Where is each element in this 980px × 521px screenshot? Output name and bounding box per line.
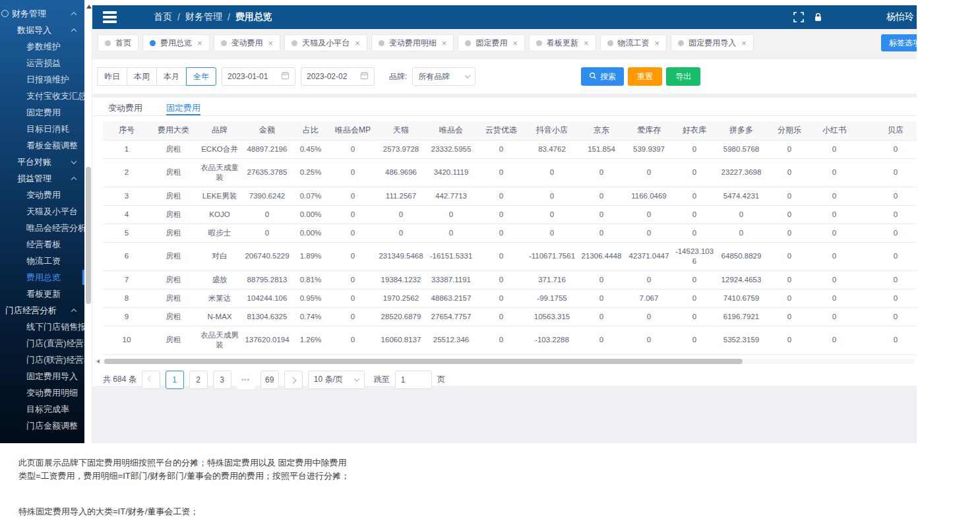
- table-cell: 0: [625, 270, 673, 289]
- table-cell: 0: [330, 307, 376, 326]
- sidebar-item-label: 门店(联营)经营看板: [26, 354, 84, 366]
- quick-range-button[interactable]: 昨日: [97, 67, 127, 86]
- brand-select[interactable]: 所有品牌: [412, 67, 475, 86]
- expense-subtab[interactable]: 变动费用: [108, 102, 142, 115]
- tab[interactable]: 固定费用: [458, 34, 525, 51]
- table-cell: 0: [426, 224, 476, 242]
- sidebar-item[interactable]: 数据导入: [0, 22, 84, 38]
- sidebar-item[interactable]: 看板金额调整: [0, 137, 84, 154]
- tab[interactable]: 天猫及小平台: [284, 34, 367, 51]
- sidebar-item[interactable]: 财务管理: [0, 5, 84, 22]
- sidebar-item[interactable]: 天猫及小平台: [0, 203, 84, 220]
- sidebar-item[interactable]: 日报项维护: [0, 71, 84, 88]
- page-size-select[interactable]: 10 条/页: [308, 371, 365, 389]
- sidebar-item[interactable]: 运营损益: [0, 55, 84, 71]
- lock-icon[interactable]: [813, 12, 823, 22]
- end-date-input[interactable]: 2023-02-02: [301, 67, 375, 86]
- close-icon[interactable]: [655, 39, 660, 47]
- scroll-up-icon[interactable]: [86, 5, 92, 9]
- page-number-button[interactable]: 3: [213, 371, 231, 389]
- table-header-cell: 小红书: [812, 121, 856, 140]
- table-cell: 0: [766, 307, 812, 326]
- close-icon[interactable]: [268, 39, 274, 47]
- close-icon[interactable]: [512, 39, 518, 47]
- close-icon[interactable]: [442, 39, 447, 47]
- table-cell: 0: [856, 205, 917, 224]
- close-icon[interactable]: [197, 39, 202, 47]
- table-cell: 0: [766, 224, 812, 242]
- quick-range-button[interactable]: 全年: [186, 67, 216, 86]
- sidebar-item[interactable]: 线下门店销售报表: [0, 319, 84, 335]
- sidebar-item[interactable]: 费用总览: [0, 269, 84, 286]
- table-header-cell: 好衣库: [673, 121, 716, 140]
- tab[interactable]: 变动费用: [214, 34, 281, 51]
- page-number-button[interactable]: 2: [189, 371, 208, 389]
- table-row: 5房租暇步士00.00%000000000000: [103, 224, 917, 242]
- breadcrumb-home[interactable]: 首页: [154, 11, 172, 23]
- sidebar-scrollbar[interactable]: [84, 0, 92, 443]
- sidebar-item[interactable]: 损益管理: [0, 170, 84, 187]
- sidebar-item[interactable]: 门店经营分析: [0, 302, 84, 319]
- menu-icon[interactable]: [103, 11, 117, 23]
- quick-range-button[interactable]: 本周: [127, 67, 157, 86]
- scroll-left-icon[interactable]: [96, 359, 100, 363]
- table-cell: 0: [476, 140, 526, 158]
- table-cell: -14523.1036: [673, 242, 716, 270]
- page-number-button[interactable]: •••: [237, 371, 255, 389]
- sidebar-item[interactable]: 物流工资: [0, 253, 84, 269]
- horizontal-scrollbar-thumb[interactable]: [104, 359, 743, 364]
- sidebar-item[interactable]: 目标完成率: [0, 401, 84, 417]
- tab[interactable]: 变动费用明细: [371, 34, 454, 51]
- export-button[interactable]: 导出: [666, 67, 700, 86]
- sidebar-item[interactable]: 固定费用导入: [0, 368, 84, 384]
- sidebar-item[interactable]: 门店金额调整: [0, 417, 84, 434]
- sidebar-item[interactable]: 门店(直营)经营看板: [0, 335, 84, 352]
- quick-range-button[interactable]: 本月: [156, 67, 187, 86]
- user-name[interactable]: 杨怡玲: [886, 5, 914, 29]
- sidebar-item[interactable]: 唯品会经营分析: [0, 220, 84, 236]
- table-cell: 0: [625, 205, 673, 224]
- tab-dot-icon: [150, 40, 156, 46]
- next-page-button[interactable]: [284, 371, 303, 389]
- sidebar-item-label: 财务管理: [12, 8, 46, 20]
- page-number-button[interactable]: 69: [260, 371, 279, 389]
- tab-label: 首页: [115, 38, 131, 49]
- tab[interactable]: 固定费用导入: [671, 34, 754, 51]
- sidebar-item[interactable]: 参数维护: [0, 38, 84, 55]
- close-icon[interactable]: [355, 39, 360, 47]
- page-number-button[interactable]: 1: [166, 371, 184, 389]
- close-icon[interactable]: [584, 39, 589, 47]
- search-button-label: 搜索: [600, 71, 616, 82]
- sidebar-item[interactable]: 经营看板: [0, 236, 84, 253]
- table-cell: 83.4762: [526, 140, 578, 158]
- reset-button[interactable]: 重置: [628, 67, 662, 86]
- sidebar-item[interactable]: 看板更新: [0, 286, 84, 302]
- tab[interactable]: 首页: [98, 34, 138, 51]
- sidebar-item[interactable]: 变动费用明细: [0, 384, 84, 401]
- sidebar-item[interactable]: 支付宝收支汇总: [0, 88, 84, 104]
- sidebar-scrollbar-thumb[interactable]: [86, 167, 91, 304]
- table-header-cell: 费用大类: [150, 121, 197, 140]
- sidebar-item[interactable]: 固定费用: [0, 104, 84, 121]
- breadcrumb-finance[interactable]: 财务管理: [185, 11, 222, 23]
- horizontal-scrollbar[interactable]: [95, 359, 914, 364]
- tab[interactable]: 费用总览: [142, 34, 210, 51]
- sidebar-item[interactable]: 变动费用: [0, 187, 84, 203]
- table-cell: 0: [766, 187, 812, 205]
- close-icon[interactable]: [741, 39, 747, 47]
- table-cell: 0: [330, 289, 376, 307]
- search-button[interactable]: 搜索: [581, 67, 624, 86]
- expense-subtab[interactable]: 固定费用: [166, 102, 200, 115]
- sidebar-item[interactable]: 平台对账: [0, 154, 84, 170]
- prev-page-button[interactable]: [142, 371, 160, 389]
- jump-page-input[interactable]: [395, 371, 432, 389]
- tab[interactable]: 看板更新: [529, 34, 596, 51]
- table-cell: 21306.4448: [578, 242, 625, 270]
- start-date-input[interactable]: 2023-01-01: [222, 67, 295, 86]
- tag-options-button[interactable]: 标签选项: [881, 34, 917, 51]
- fullscreen-icon[interactable]: [793, 12, 804, 22]
- sidebar-item[interactable]: 目标日消耗: [0, 121, 84, 137]
- tab[interactable]: 物流工资: [600, 34, 667, 51]
- sidebar-item[interactable]: 门店(联营)经营看板: [0, 352, 84, 368]
- expense-subtabs: 变动费用 固定费用: [92, 98, 917, 116]
